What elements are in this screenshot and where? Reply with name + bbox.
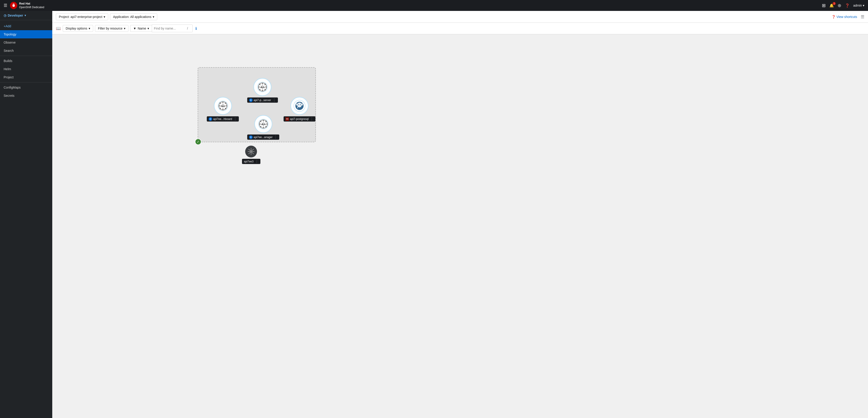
main-content: Project: api7-enterprise-project ▾ Appli… [52,11,868,418]
svg-point-41 [301,103,303,106]
toolbar: 📖 Display options ▾ Filter by resource ▾… [52,23,868,34]
node-circle-server: HELM [253,78,272,96]
badge-ss-postgresql: SS [285,117,289,121]
sidebar-item-secrets[interactable]: Secrets [0,92,52,100]
builds-label: Builds [4,59,12,63]
svg-text:HELM: HELM [221,105,225,107]
project-selector-button[interactable]: Project: api7-enterprise-project ▾ [56,13,108,20]
node-api7-dashboard[interactable]: HELM D api7ee...hboard ⋮ [207,97,239,122]
topology-canvas[interactable]: ✓ [52,34,868,418]
application-selector-button[interactable]: Application: All applications ▾ [110,13,157,20]
display-options-chevron: ▾ [89,27,90,30]
sidebar-item-helm[interactable]: Helm [0,65,52,73]
question-icon: ❓ [832,15,836,19]
sidebar-item-topology[interactable]: Topology [0,30,52,38]
node-api7-postgresql[interactable]: SS api7-postgresql ⋮ [284,97,315,122]
notification-badge: 1 [833,2,836,5]
sidebar-header: ◷ Developer ▾ [0,11,52,20]
sidebar-item-add[interactable]: +Add [0,22,52,30]
node-circle-manager: HELM [254,115,273,133]
search-divider: / [187,27,188,30]
node-label-postgresql: SS api7-postgresql ⋮ [284,116,315,122]
bottom-node-api7ee3[interactable]: api7ee3 ⋮ [242,146,260,164]
search-input[interactable] [154,27,186,30]
sidebar-divider-2 [0,82,52,83]
funnel-icon: ▼ [133,27,136,30]
sidebar-item-builds[interactable]: Builds [0,57,52,65]
display-options-button[interactable]: Display options ▾ [63,25,93,32]
view-shortcuts-label: View shortcuts [836,15,857,19]
sidebar-item-observe[interactable]: Observe [0,38,52,46]
configmaps-label: ConfigMaps [4,86,21,89]
node-menu-postgresql[interactable]: ⋮ [310,117,314,121]
helm-label: Helm [4,67,11,71]
project-selectors: Project: api7-enterprise-project ▾ Appli… [56,13,157,20]
node-label-server: D api7-p...server ⋮ [247,97,278,103]
node-name-dashboard: api7ee...hboard [213,118,232,121]
project-chevron-icon: ▾ [104,15,105,19]
sidebar-item-search[interactable]: Search [0,46,52,55]
bottom-node-label: api7ee3 ⋮ [242,159,260,164]
svg-point-40 [296,103,298,106]
badge-d-manager: D [249,135,253,139]
topology-label: Topology [4,32,17,36]
helm-icon-dashboard: HELM [218,101,228,111]
postgresql-icon [293,100,305,112]
node-menu-dashboard[interactable]: ⋮ [234,117,237,121]
main-layout: ◷ Developer ▾ +Add Topology Observe Sear… [0,11,868,418]
svg-point-48 [250,151,252,152]
topnav-left: ☰ Red Hat OpenShift Dedicated [4,2,44,9]
svg-point-44 [298,105,299,105]
sidebar: ◷ Developer ▾ +Add Topology Observe Sear… [0,11,52,418]
admin-user-menu[interactable]: admin ▾ [853,4,864,7]
svg-text:HELM: HELM [261,124,266,125]
book-icon[interactable]: 📖 [56,26,61,31]
sidebar-navigation: +Add Topology Observe Search Builds Helm… [0,20,52,418]
name-chevron-icon: ▾ [148,27,149,30]
helm-icon-manager: HELM [258,119,269,129]
node-circle-dashboard: HELM [214,97,232,115]
observe-label: Observe [4,41,16,44]
help-icon[interactable]: ❓ [845,3,849,8]
bottom-node-menu[interactable]: ⋮ [255,159,258,164]
node-label-dashboard: D api7ee...hboard ⋮ [207,116,239,122]
add-icon[interactable]: ⊕ [838,3,841,8]
node-api7-manager[interactable]: HELM D api7ee...anager ⋮ [247,115,279,140]
node-menu-server[interactable]: ⋮ [273,98,276,102]
developer-role-selector[interactable]: ◷ Developer ▾ [4,13,26,17]
sidebar-item-configmaps[interactable]: ConfigMaps [0,84,52,92]
bottom-node-name: api7ee3 [244,160,254,163]
bottom-node-circle [245,146,257,157]
filter-chevron-icon: ▾ [124,27,125,30]
brand-text: Red Hat OpenShift Dedicated [19,2,44,9]
display-options-label: Display options [66,27,87,30]
sidebar-item-project[interactable]: Project [0,73,52,81]
node-menu-manager[interactable]: ⋮ [274,135,277,139]
redhat-logo-icon [10,2,17,9]
sidebar-divider [0,56,52,56]
project-label: Project [4,75,13,79]
badge-d-server: D [249,98,253,102]
perspective-icon: ◷ [4,13,6,17]
node-name-postgresql: api7-postgresql [290,118,309,121]
filter-by-resource-button[interactable]: Filter by resource ▾ [95,25,128,32]
node-api7-server[interactable]: HELM D api7-p...server ⋮ [247,78,278,103]
notifications-icon[interactable]: 🔔 1 [829,3,834,8]
node-label-manager: D api7ee...anager ⋮ [247,134,279,140]
node-circle-postgresql [290,97,309,115]
badge-d-dashboard: D [209,117,212,121]
topnav-right: ⊞ 🔔 1 ⊕ ❓ admin ▾ [822,3,864,8]
application-chevron-icon: ▾ [153,15,154,19]
hamburger-menu[interactable]: ☰ [4,3,7,8]
filter-name-label: Name [138,27,146,30]
list-view-icon[interactable]: ☰ [861,14,864,19]
info-icon[interactable]: ℹ [195,26,197,31]
project-bar-right: ❓ View shortcuts ☰ [832,14,864,19]
filter-name-button[interactable]: ▼ Name ▾ [130,25,152,32]
view-shortcuts-link[interactable]: ❓ View shortcuts [832,15,857,19]
node-name-server: api7-p...server [254,99,271,102]
app-grid-icon[interactable]: ⊞ [822,3,826,8]
helm-icon-server: HELM [257,82,268,92]
role-label: Developer [8,13,23,17]
application-selector-label: Application: All applications [113,15,151,19]
